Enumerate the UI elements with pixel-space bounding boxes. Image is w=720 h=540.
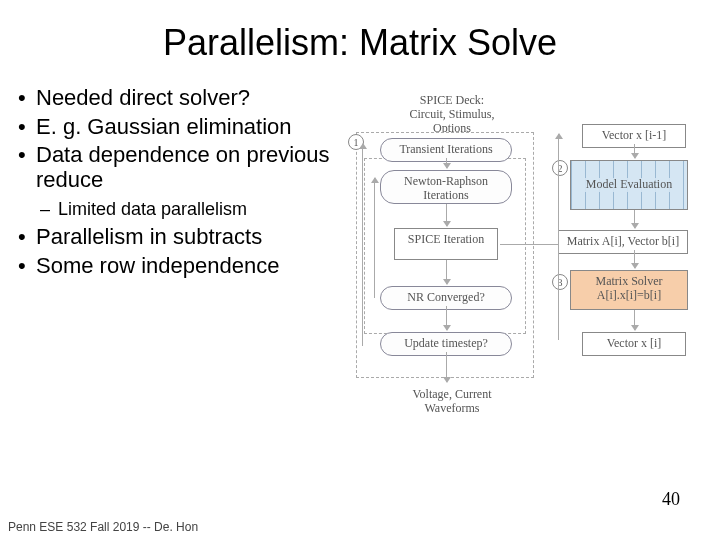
arrow-solver-next [634,310,635,330]
arrow-right-loop [558,134,559,340]
output-label: Voltage, Current Waveforms [386,384,518,420]
arrow-outer-loop [362,144,363,346]
matrix-solver: Matrix Solver A[i].x[i]=b[i] [570,270,688,310]
newton-box: Newton-Raphson Iterations [380,170,512,204]
arrow-conv-ts [446,306,447,330]
arrow-nr-iter [446,204,447,226]
deck-title: SPICE Deck: [392,94,512,108]
footer-text: Penn ESE 532 Fall 2019 -- De. Hon [8,520,198,534]
solver-line-1: Matrix Solver [577,275,681,289]
model-eval: Model Evaluation [570,160,688,210]
arrow-mat-solver [634,250,635,268]
bullet-2: Data dependence on previous reduce [18,143,338,192]
arrow-iter-right [500,244,558,245]
bullet-4: Some row independence [18,254,338,279]
circle-3: 3 [552,274,568,290]
bullet-list: Needed direct solver? E. g. Gaussian eli… [18,82,338,438]
vec-next: Vector x [i] [582,332,686,356]
matrix-vector: Matrix A[i], Vector b[i] [558,230,688,254]
bullet-2-sub: Limited data parallelism [40,199,338,220]
circle-2: 2 [552,160,568,176]
arrow-inner-loop [374,178,375,298]
arrow-prev-eval [634,144,635,158]
diagram-panel: SPICE Deck: Circuit, Stimulus, Options 1… [338,82,698,438]
slide-title: Parallelism: Matrix Solve [0,0,720,74]
arrow-ti-nr [446,158,447,168]
bullet-0: Needed direct solver? [18,86,338,111]
page-number: 40 [662,489,680,510]
model-eval-label: Model Evaluation [584,178,674,192]
arrow-iter-conv [446,260,447,284]
spice-diagram: SPICE Deck: Circuit, Stimulus, Options 1… [338,98,688,438]
arrow-ts-out [446,352,447,382]
bullet-1: E. g. Gaussian elimination [18,115,338,140]
arrow-eval-mat [634,210,635,228]
iteration-box: SPICE Iteration [394,228,498,260]
bullet-3: Parallelism in subtracts [18,225,338,250]
body: Needed direct solver? E. g. Gaussian eli… [0,74,720,438]
solver-line-2: A[i].x[i]=b[i] [577,289,681,303]
